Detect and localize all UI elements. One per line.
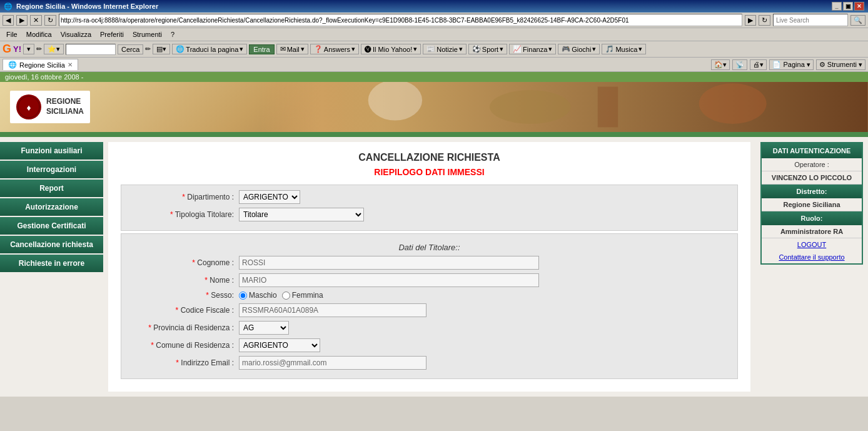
refresh-small-button[interactable]: ↻	[759, 15, 770, 26]
url-input[interactable]	[59, 14, 742, 26]
musica-button[interactable]: 🎵 Musica ▾	[602, 44, 646, 54]
page-button[interactable]: 📄 Pagina ▾	[769, 59, 813, 70]
menu-visualizza[interactable]: Visualizza	[57, 29, 95, 39]
answers-button[interactable]: ❓ Answers ▾	[310, 44, 359, 54]
tools-button[interactable]: ⚙ Strumenti ▾	[816, 59, 865, 70]
giochi-button[interactable]: 🎮 Giochi ▾	[558, 44, 600, 54]
sesso-femmina-radio[interactable]	[282, 292, 290, 300]
title-bar: 🌐 Regione Sicilia - Windows Internet Exp…	[0, 0, 868, 13]
comune-label: * Comune di Residenza :	[126, 341, 239, 350]
date-text: giovedì, 16 ottobre 2008 -	[5, 73, 83, 81]
main-layout: Funzioni ausiliari Interrogazioni Report…	[0, 137, 868, 397]
print-button[interactable]: 🖨▾	[750, 59, 767, 70]
cerca-button[interactable]: Cerca	[118, 44, 143, 54]
nav-cancellazione-richiesta[interactable]: Cancellazione richiesta	[0, 236, 103, 253]
restore-button[interactable]: ▣	[843, 2, 853, 11]
trinacria-svg: ♦	[18, 96, 40, 118]
form-row-provincia: * Provincia di Residenza : AG	[126, 321, 732, 335]
sesso-femmina-label[interactable]: Femmina	[282, 291, 323, 300]
operatore-value: VINCENZO LO PICCOLO	[762, 171, 862, 185]
entra-button[interactable]: Entra	[249, 44, 274, 54]
logout-link[interactable]: LOGOUT	[762, 238, 862, 251]
menu-help[interactable]: ?	[167, 29, 178, 39]
finance-icon: 📈	[513, 45, 522, 53]
email-input[interactable]	[239, 356, 426, 370]
right-panel: DATI AUTENTICAZIONE Operatore : VINCENZO…	[755, 137, 868, 397]
provincia-select[interactable]: AG	[239, 321, 289, 335]
music-icon: 🎵	[605, 45, 614, 53]
back-button[interactable]: ◀	[3, 15, 14, 26]
nav-autorizzazione[interactable]: Autorizzazione	[0, 198, 103, 216]
menu-file[interactable]: File	[3, 29, 21, 39]
left-nav: Funzioni ausiliari Interrogazioni Report…	[0, 137, 103, 397]
yahoo-toolbar: G Y! ▾ ✏ ⭐▾ Cerca ✏ ▤▾ 🌐 Traduci la pagi…	[0, 41, 868, 58]
form-section-titolare: Dati del Titolare:: * Cognome : * Nome :…	[121, 233, 738, 379]
form-row-sesso: * Sesso: Maschio Femmina	[126, 291, 732, 300]
translate-icon: 🌐	[176, 45, 184, 53]
cerca-input[interactable]	[66, 44, 116, 55]
mail-button[interactable]: ✉ Mail ▾	[276, 44, 308, 54]
nav-richieste-errore[interactable]: Richieste in errore	[0, 255, 103, 272]
nav-gestione-certificati[interactable]: Gestione Certificati	[0, 217, 103, 235]
minimize-button[interactable]: _	[832, 2, 842, 11]
tab-close-icon[interactable]: ✕	[68, 61, 73, 68]
sesso-maschio-label[interactable]: Maschio	[239, 291, 277, 300]
menu-modifica[interactable]: Modifica	[23, 29, 56, 39]
sport-button[interactable]: ⚽ Sport ▾	[468, 44, 507, 54]
share-button[interactable]: ▤▾	[153, 44, 170, 54]
mail-icon: ✉	[280, 45, 286, 53]
stop-button[interactable]: ✕	[30, 15, 42, 26]
address-bar: ▶ ↻	[59, 14, 770, 26]
tab-regione-sicilia[interactable]: 🌐 Regione Sicilia ✕	[3, 59, 78, 70]
go-button[interactable]: ▶	[745, 15, 756, 26]
dipartimento-label: * Dipartimento :	[126, 193, 239, 201]
nav-report[interactable]: Report	[0, 180, 103, 197]
nav-funzioni-ausiliari[interactable]: Funzioni ausiliari	[0, 142, 103, 160]
menu-preferiti[interactable]: Preferiti	[96, 29, 128, 39]
form-row-dipartimento: * Dipartimento : AGRIGENTO	[126, 190, 732, 204]
yahoo-logo: Y!	[13, 44, 21, 54]
search-input[interactable]	[773, 14, 848, 26]
finanza-button[interactable]: 📈 Finanza ▾	[509, 44, 556, 54]
close-button[interactable]: ✕	[854, 2, 864, 11]
dipartimento-select[interactable]: AGRIGENTO	[239, 190, 300, 204]
form-row-tipologia: * Tipologia Titolare: Titolare	[126, 208, 732, 221]
address-toolbar: ◀ ▶ ✕ ↻ ▶ ↻ 🔍	[0, 13, 868, 28]
codice-fiscale-input[interactable]	[239, 303, 426, 317]
support-link[interactable]: Contattare il supporto	[762, 251, 862, 263]
forward-button[interactable]: ▶	[16, 15, 28, 26]
sesso-label: * Sesso:	[126, 291, 239, 300]
sesso-maschio-radio[interactable]	[239, 292, 247, 300]
form-row-cognome: * Cognome :	[126, 256, 732, 270]
browser-icon: 🌐	[4, 3, 13, 11]
banner-mosaic	[260, 82, 868, 132]
rss-button[interactable]: 📡	[732, 59, 747, 70]
comune-select[interactable]: AGRIGENTO	[239, 338, 320, 352]
menu-strumenti[interactable]: Strumenti	[129, 29, 166, 39]
green-separator	[0, 132, 868, 137]
tipologia-select[interactable]: Titolare	[239, 208, 364, 221]
auth-box: DATI AUTENTICAZIONE Operatore : VINCENZO…	[760, 142, 863, 265]
distretto-value: Regione Siciliana	[762, 198, 862, 211]
tab-favicon: 🌐	[8, 61, 17, 69]
tipologia-label: * Tipologia Titolare:	[126, 210, 239, 219]
search-button[interactable]: 🔍	[850, 15, 865, 26]
mio-yahoo-button[interactable]: 🅨 Il Mio Yahoo! ▾	[361, 44, 421, 54]
svg-point-6	[699, 83, 767, 124]
tab-bar: 🌐 Regione Sicilia ✕ 🏠▾ 📡 🖨▾ 📄 Pagina ▾ ⚙…	[0, 58, 868, 72]
logo-icon: ♦	[16, 94, 41, 119]
home-button[interactable]: 🏠▾	[711, 59, 730, 70]
nome-input[interactable]	[239, 273, 539, 287]
tab-label: Regione Sicilia	[19, 61, 65, 69]
yahoo-more-button[interactable]: ▾	[23, 44, 34, 54]
nav-interrogazioni[interactable]: Interrogazioni	[0, 161, 103, 178]
auth-header: DATI AUTENTICAZIONE	[762, 143, 862, 158]
traduci-button[interactable]: 🌐 Traduci la pagina ▾	[172, 44, 247, 54]
date-bar: giovedì, 16 ottobre 2008 -	[0, 72, 868, 82]
page-title: CANCELLAZIONE RICHIESTA	[121, 152, 738, 163]
notizie-button[interactable]: 📰 Notizie ▾	[423, 44, 467, 54]
cognome-input[interactable]	[239, 256, 539, 270]
refresh-button[interactable]: ↻	[44, 15, 56, 26]
yahoo-icon: 🅨	[365, 46, 371, 53]
favorites-button[interactable]: ⭐▾	[44, 44, 64, 54]
